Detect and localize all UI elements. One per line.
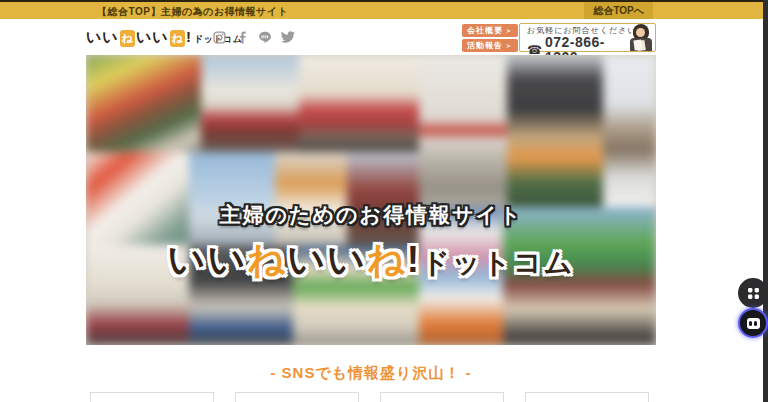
hero-logo-bang: ! — [407, 239, 421, 280]
contact-phone-box[interactable]: お気軽にお問合せください ☎ 072-866-1300 — [519, 23, 656, 52]
hero-logo-ii-1: いい — [168, 239, 248, 280]
hero-logo: いいねいいね!ドットコム — [86, 235, 656, 285]
robot-face-icon — [747, 318, 760, 329]
social-links — [212, 30, 295, 44]
activity-report-button[interactable]: 活動報告 ＞ — [462, 39, 518, 52]
header-nav-buttons: 会社概要 ＞ 活動報告 ＞ — [462, 24, 518, 52]
logo-text-ii-1: いい — [86, 28, 119, 47]
logo-text-bang: ! — [186, 28, 191, 45]
facebook-icon[interactable] — [235, 30, 249, 44]
chevron-right-icon: ＞ — [505, 26, 513, 36]
hero-logo-ne-1: ね — [247, 239, 287, 280]
activity-report-label: 活動報告 — [467, 40, 503, 51]
top-bar: 【総合TOP】主婦の為のお得情報サイト 総合TOPへ — [0, 0, 768, 19]
chevron-right-icon: ＞ — [505, 41, 513, 51]
topbar-title: 【総合TOP】主婦の為のお得情報サイト — [97, 4, 288, 19]
floating-apps-button[interactable] — [738, 278, 768, 308]
hero-banner: 主婦のためのお得情報サイト いいねいいね!ドットコム — [86, 55, 656, 345]
instagram-icon[interactable] — [212, 30, 226, 44]
logo-text-ne-1: ね — [120, 30, 135, 47]
hero-logo-ii-2: いい — [287, 239, 367, 280]
contact-person-photo — [626, 24, 654, 51]
hero-logo-dotcom: ドットコム — [421, 247, 574, 278]
company-profile-label: 会社概要 — [467, 25, 503, 36]
scrollbar[interactable] — [763, 0, 768, 402]
hero-overlay — [86, 55, 656, 345]
company-profile-button[interactable]: 会社概要 ＞ — [462, 24, 518, 37]
floating-chat-button[interactable] — [738, 308, 768, 338]
twitter-icon[interactable] — [281, 30, 295, 44]
line-icon[interactable] — [258, 30, 272, 44]
sns-card[interactable] — [525, 392, 649, 402]
sns-card[interactable] — [380, 392, 504, 402]
page: 【総合TOP】主婦の為のお得情報サイト 総合TOPへ いいねいいね!ドットコム … — [0, 0, 768, 402]
hero-tagline: 主婦のためのお得情報サイト — [86, 201, 656, 229]
site-header: いいねいいね!ドットコム 会社概要 ＞ 活動報告 ＞ — [0, 21, 768, 55]
sns-card[interactable] — [235, 392, 359, 402]
topbar-top-link[interactable]: 総合TOPへ — [584, 2, 653, 19]
hero-logo-ne-2: ね — [367, 239, 407, 280]
logo-text-ne-2: ね — [170, 30, 185, 47]
sns-card[interactable] — [90, 392, 214, 402]
grid-dots-icon — [747, 287, 760, 300]
sns-section-heading: - SNSでも情報盛り沢山！ - — [86, 364, 656, 383]
logo-text-ii-2: いい — [136, 28, 169, 47]
